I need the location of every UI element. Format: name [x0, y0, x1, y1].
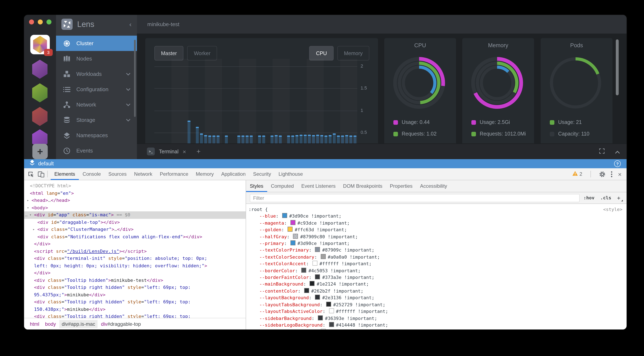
color-swatch[interactable] [315, 274, 320, 279]
dom-tree-line[interactable]: ▸<head>…</head> [24, 197, 246, 204]
node-tab-master-button[interactable]: Master [154, 46, 184, 60]
dom-tree-line[interactable]: <div id="draggable-top"></div> [24, 219, 246, 226]
devtools-tab-application[interactable]: Application [218, 168, 249, 180]
color-swatch[interactable] [320, 329, 326, 330]
breadcrumb-item[interactable]: div#draggable-top [98, 320, 143, 328]
namespace-label[interactable]: default [38, 161, 54, 167]
color-swatch[interactable] [304, 288, 309, 293]
devtools-close-icon[interactable]: × [618, 171, 622, 178]
dom-tree-line[interactable]: <div class="Tooltip right hidden" style=… [24, 298, 246, 306]
css-variable-line[interactable]: --blue: #3d90ce !important; [248, 213, 622, 220]
css-variable-line[interactable]: --textColorSecondary: #a0a0a0 !important… [248, 254, 622, 261]
kebab-menu-icon[interactable] [611, 171, 612, 177]
device-toolbar-icon[interactable] [38, 171, 44, 177]
color-swatch[interactable] [318, 315, 323, 320]
dom-tree-line[interactable]: <!DOCTYPE html> [24, 182, 246, 189]
cluster-4-icon[interactable] [31, 107, 48, 126]
color-swatch[interactable] [326, 302, 331, 307]
css-variable-line[interactable]: --golden: #ffc63d !important; [248, 227, 622, 233]
expand-arrow-open-icon[interactable]: ▾ [30, 211, 32, 219]
dom-tree-line[interactable]: ▾<body> [24, 204, 246, 211]
color-swatch[interactable] [290, 240, 296, 245]
toggle-cls-button[interactable]: .cls [600, 195, 611, 200]
css-variable-line[interactable]: --borderFaintColor: #373a3e !important; [248, 274, 622, 281]
sidebar-item-workloads[interactable]: Workloads [56, 66, 137, 82]
css-variable-line[interactable]: --layoutBackground: #2e3136 !important; [248, 295, 622, 302]
dom-tree-line[interactable]: 95.4375px;">minikube</div> [24, 291, 246, 298]
metric-tab-cpu-button[interactable]: CPU [309, 46, 334, 60]
sidebar-collapse-icon[interactable]: ‹ [129, 20, 132, 28]
dom-tree-line[interactable]: left: 0px; height: 0px; visibility: hidd… [24, 262, 246, 269]
devtools-tab-security[interactable]: Security [250, 168, 275, 180]
close-window-button[interactable] [29, 19, 34, 24]
css-variable-line[interactable]: --textColorPrimary: #87909c !important; [248, 247, 622, 254]
devtools-tab-elements[interactable]: Elements [50, 168, 79, 180]
css-variable-line[interactable]: --sidebarActiveColor: #ffffff !important… [248, 329, 622, 330]
css-variable-line[interactable]: --contentColor: #262b2f !important; [248, 288, 622, 295]
expand-arrow-open-icon[interactable]: ▾ [27, 204, 29, 211]
dom-tree[interactable]: <!DOCTYPE html><html lang="en">▸<head>…<… [24, 180, 246, 318]
css-rules[interactable]: <style>:root {--blue: #3d90ce !important… [246, 204, 626, 330]
dom-tree-line[interactable]: <div class="terminal-init" style="positi… [24, 255, 246, 262]
styles-subtab-styles[interactable]: Styles [246, 180, 267, 192]
dom-tree-line[interactable]: <script src="/build/LensDev.js"></script… [24, 248, 246, 255]
color-swatch[interactable] [290, 220, 296, 225]
devtools-tab-network[interactable]: Network [130, 168, 156, 180]
sidebar-scrollbar[interactable] [134, 40, 136, 117]
color-swatch[interactable] [315, 295, 320, 300]
cluster-2-icon[interactable] [31, 60, 48, 79]
devtools-tab-memory[interactable]: Memory [192, 168, 218, 180]
dom-tree-line[interactable]: <html lang="en"> [24, 189, 246, 197]
css-variable-line[interactable]: --layoutTabsBackground: #252729 !importa… [248, 302, 622, 308]
css-variable-line[interactable]: --borderColor: #4c5053 !important; [248, 268, 622, 274]
terminal-add-icon[interactable]: + [196, 147, 201, 156]
css-variable-line[interactable]: --magenta: #c93dce !important; [248, 220, 622, 227]
color-swatch[interactable] [312, 261, 318, 266]
dom-tree-line[interactable]: <div class="Tooltip hidden">minikube-tes… [24, 277, 246, 284]
dom-tree-line[interactable]: </div> [24, 240, 246, 248]
styles-subtab-properties[interactable]: Properties [386, 180, 416, 192]
css-variable-line[interactable]: --primary: #3d90ce !important; [248, 240, 622, 247]
breadcrumb-item[interactable]: body [42, 320, 58, 328]
toggle-hov-button[interactable]: :hov [584, 195, 594, 200]
devtools-tab-performance[interactable]: Performance [156, 168, 192, 180]
css-variable-line[interactable]: --layoutTabsActiveColor: #ffffff !import… [248, 308, 622, 315]
css-variable-line[interactable]: --sidebarBackground: #36393e !important; [248, 315, 622, 322]
sidebar-item-network[interactable]: Network [56, 97, 137, 112]
terminal-tab[interactable]: Terminal [159, 149, 179, 154]
styles-filter-input[interactable]: Filter [250, 194, 580, 202]
settings-gear-icon[interactable] [599, 171, 606, 177]
css-variable-line[interactable]: --mainBackground: #1e2124 !important; [248, 281, 622, 288]
terminal-close-icon[interactable]: × [183, 148, 186, 155]
add-cluster-button[interactable]: + [32, 144, 48, 159]
color-swatch[interactable] [302, 268, 306, 272]
sidebar-item-events[interactable]: Events [56, 143, 137, 158]
inspect-element-icon[interactable] [28, 171, 34, 177]
color-swatch[interactable] [315, 247, 320, 252]
sidebar-item-configuration[interactable]: Configuration [56, 82, 137, 97]
dom-tree-line[interactable]: …▾<div id="app" class="is-mac"> == $0 [24, 211, 246, 219]
new-style-rule-button[interactable]: + [617, 195, 620, 201]
warning-counter[interactable]: 2 [572, 171, 582, 178]
minimize-window-button[interactable] [38, 19, 43, 24]
help-icon[interactable]: ? [614, 160, 621, 167]
dom-tree-line[interactable]: <div class="Tooltip right hidden" style=… [24, 284, 246, 291]
color-swatch[interactable] [310, 281, 314, 286]
sidebar-item-nodes[interactable]: Nodes [56, 51, 137, 66]
node-tab-worker-button[interactable]: Worker [187, 46, 217, 60]
dom-tree-line[interactable]: </div> [24, 269, 246, 277]
devtools-tab-console[interactable]: Console [79, 168, 104, 180]
dom-tree-line[interactable]: ▸<div class="ClusterManager">…</div> [24, 226, 246, 233]
devtools-tab-sources[interactable]: Sources [104, 168, 130, 180]
style-source-link[interactable]: <style> [603, 206, 622, 213]
color-swatch[interactable] [288, 227, 292, 232]
dom-tree-line[interactable]: <div class="Notifications flex column al… [24, 233, 246, 240]
cluster-3-icon[interactable] [31, 83, 48, 102]
color-swatch[interactable] [329, 322, 334, 327]
dom-tree-line[interactable]: <div class="Tooltip right hidden" style=… [24, 313, 246, 318]
color-swatch[interactable] [329, 308, 334, 313]
devtools-tab-lighthouse[interactable]: Lighthouse [275, 168, 306, 180]
styles-subtab-dom-breakpoints[interactable]: DOM Breakpoints [340, 180, 386, 192]
styles-subtab-event-listeners[interactable]: Event Listeners [298, 180, 339, 192]
css-variable-line[interactable]: --sidebarLogoBackground: #414448 !import… [248, 322, 622, 329]
